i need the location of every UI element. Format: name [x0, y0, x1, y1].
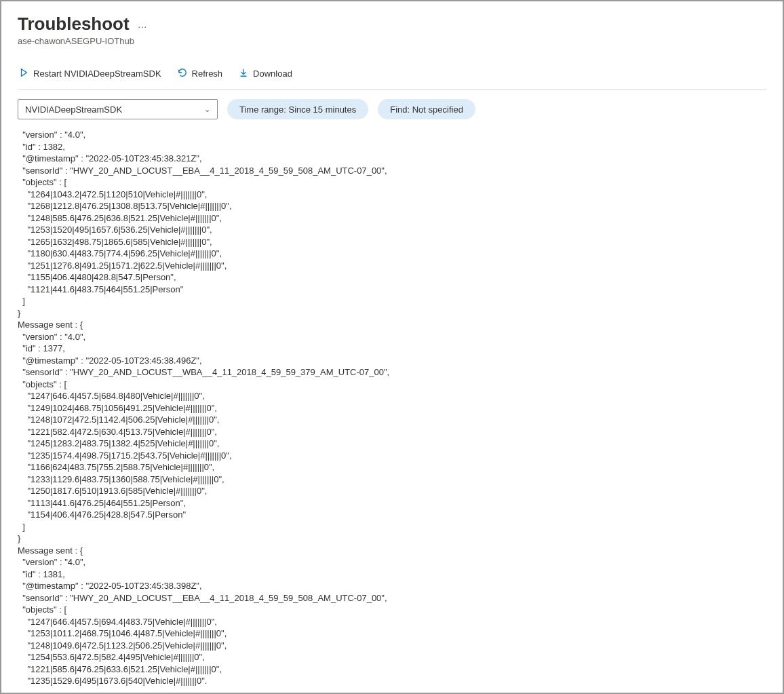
page-subtitle: ase-chawonASEGPU-IOThub: [18, 36, 766, 46]
time-range-pill[interactable]: Time range: Since 15 minutes: [227, 99, 368, 119]
restart-button[interactable]: Restart NVIDIADeepStreamSDK: [18, 65, 163, 82]
module-select[interactable]: NVIDIADeepStreamSDK ⌄: [18, 99, 218, 119]
download-button[interactable]: Download: [237, 65, 294, 82]
time-range-label: Time range: Since 15 minutes: [239, 104, 356, 115]
svg-marker-0: [22, 69, 27, 77]
refresh-button-label: Refresh: [192, 69, 223, 79]
log-output: "version" : "4.0", "id" : 1382, "@timest…: [18, 129, 766, 687]
chevron-down-icon: ⌄: [204, 105, 210, 114]
more-icon[interactable]: …: [138, 19, 148, 30]
play-icon: [19, 68, 28, 79]
download-icon: [239, 68, 248, 79]
page-title: Troubleshoot: [18, 14, 130, 35]
command-bar: Restart NVIDIADeepStreamSDK Refresh Down…: [18, 65, 766, 90]
download-button-label: Download: [253, 69, 292, 79]
filters-row: NVIDIADeepStreamSDK ⌄ Time range: Since …: [18, 99, 766, 119]
find-label: Find: Not specified: [390, 104, 463, 115]
page-header: Troubleshoot … ase-chawonASEGPU-IOThub: [18, 14, 766, 46]
module-select-value: NVIDIADeepStreamSDK: [25, 104, 122, 115]
find-pill[interactable]: Find: Not specified: [378, 99, 475, 119]
refresh-button[interactable]: Refresh: [176, 65, 224, 82]
refresh-icon: [178, 68, 187, 79]
restart-button-label: Restart NVIDIADeepStreamSDK: [33, 69, 161, 79]
